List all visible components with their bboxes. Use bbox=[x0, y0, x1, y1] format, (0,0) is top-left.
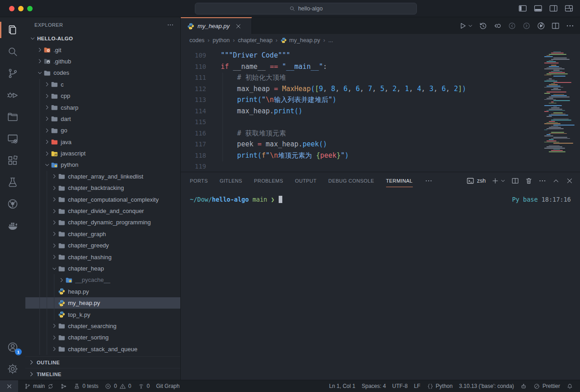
kill-terminal-icon[interactable] bbox=[525, 177, 533, 185]
tree-item-chapter-dynamic-programming[interactable]: chapter_dynamic_programming bbox=[25, 217, 180, 228]
chevron-right-icon[interactable] bbox=[44, 127, 51, 134]
activity-settings[interactable] bbox=[0, 358, 25, 380]
tree-item-cpp[interactable]: cpp bbox=[25, 90, 180, 102]
chevron-right-icon[interactable] bbox=[51, 208, 58, 215]
code-line-113[interactable]: 113 print("\n输入列表并建堆后") bbox=[181, 94, 580, 106]
maximize-panel-icon[interactable] bbox=[552, 177, 560, 185]
chevron-right-icon[interactable] bbox=[36, 58, 44, 65]
tree-item-hello-algo[interactable]: HELLO-ALGO bbox=[25, 33, 180, 44]
code-line-110[interactable]: 110if __name__ == "__main__": bbox=[181, 61, 580, 73]
new-terminal-dropdown-icon[interactable] bbox=[500, 178, 506, 184]
chevron-right-icon[interactable] bbox=[44, 138, 51, 145]
code-line-109[interactable]: 109"""Driver Code""" bbox=[181, 50, 580, 61]
status-copilot[interactable] bbox=[517, 380, 530, 392]
status-commit-graph[interactable] bbox=[57, 380, 70, 392]
run-profile-icon[interactable] bbox=[536, 21, 546, 30]
terminal-shell-select[interactable]: zsh bbox=[466, 177, 486, 185]
tree-item-top-k-py[interactable]: top_k.py bbox=[25, 309, 180, 320]
chevron-right-icon[interactable] bbox=[51, 173, 58, 180]
toggle-sidebar-icon[interactable] bbox=[518, 4, 527, 13]
close-panel-icon[interactable] bbox=[566, 177, 574, 185]
tree-item-chapter-searching[interactable]: chapter_searching bbox=[25, 320, 180, 332]
tree-item-chapter-hashing[interactable]: chapter_hashing bbox=[25, 251, 180, 262]
status-indentation[interactable]: Spaces: 4 bbox=[358, 380, 389, 392]
chevron-down-icon[interactable] bbox=[51, 265, 58, 272]
breadcrumb-my-heap-py[interactable]: my_heap.py bbox=[280, 37, 320, 44]
panel-more-tabs-icon[interactable] bbox=[425, 177, 433, 185]
explorer-more-actions-icon[interactable] bbox=[167, 21, 174, 29]
activity-search[interactable] bbox=[0, 41, 25, 63]
breadcrumb-codes[interactable]: codes bbox=[189, 37, 204, 44]
chevron-right-icon[interactable] bbox=[51, 334, 58, 341]
activity-project-manager[interactable] bbox=[0, 106, 25, 128]
zoom-window-button[interactable] bbox=[27, 6, 33, 11]
code-line-117[interactable]: 117 peek = max_heap.peek() bbox=[181, 139, 580, 150]
new-terminal-icon[interactable] bbox=[491, 177, 499, 185]
tree-item-chapter-heap[interactable]: chapter_heap bbox=[25, 263, 180, 274]
editor-more-actions-icon[interactable] bbox=[566, 21, 575, 30]
tree-item-chapter-backtracking[interactable]: chapter_backtracking bbox=[25, 182, 180, 194]
chevron-right-icon[interactable] bbox=[44, 150, 51, 157]
tree-item-chapter-greedy[interactable]: chapter_greedy bbox=[25, 240, 180, 251]
sidebar-section-outline[interactable]: OUTLINE bbox=[25, 356, 180, 368]
status-python-interpreter[interactable]: 3.10.13 ('base': conda) bbox=[456, 380, 517, 392]
activity-docker[interactable] bbox=[0, 215, 25, 237]
panel-tab-debug-console[interactable]: DEBUG CONSOLE bbox=[329, 172, 374, 189]
panel-tab-problems[interactable]: PROBLEMS bbox=[254, 172, 283, 189]
toggle-panel-icon[interactable] bbox=[533, 4, 543, 13]
status-prettier[interactable]: Prettier bbox=[530, 380, 563, 392]
split-editor-icon[interactable] bbox=[551, 21, 560, 30]
activity-remote-explorer[interactable] bbox=[0, 128, 25, 150]
tree-item-chapter-graph[interactable]: chapter_graph bbox=[25, 228, 180, 240]
status-problems[interactable]: 00 bbox=[102, 380, 134, 392]
chevron-right-icon[interactable] bbox=[44, 81, 51, 88]
activity-accounts[interactable]: 1 bbox=[0, 336, 25, 358]
status-notifications[interactable] bbox=[563, 380, 576, 392]
chevron-right-icon[interactable] bbox=[51, 253, 58, 261]
chevron-right-icon[interactable] bbox=[51, 230, 58, 237]
close-window-button[interactable] bbox=[9, 6, 14, 11]
chevron-down-icon[interactable] bbox=[36, 69, 44, 77]
chevron-right-icon[interactable] bbox=[51, 184, 58, 192]
panel-tab-ports[interactable]: PORTS bbox=[190, 172, 208, 189]
minimize-window-button[interactable] bbox=[18, 6, 24, 11]
tree-item-chapter-divide-and-conquer[interactable]: chapter_divide_and_conquer bbox=[25, 205, 180, 217]
chevron-right-icon[interactable] bbox=[44, 104, 51, 111]
breadcrumb-python[interactable]: python bbox=[213, 37, 230, 44]
tree-item--github[interactable]: .github bbox=[25, 56, 180, 67]
status-language-mode[interactable]: Python bbox=[424, 380, 456, 392]
status-git-graph[interactable]: Git Graph bbox=[153, 380, 183, 392]
tree-item-chapter-stack-and-queue[interactable]: chapter_stack_and_queue bbox=[25, 344, 180, 355]
chevron-right-icon[interactable] bbox=[58, 276, 65, 284]
tree-item-javascript[interactable]: JSjavascript bbox=[25, 148, 180, 159]
tree-item--git[interactable]: .git bbox=[25, 44, 180, 55]
activity-testing[interactable] bbox=[0, 171, 25, 193]
chevron-right-icon[interactable] bbox=[44, 115, 51, 122]
tree-item-codes[interactable]: codes bbox=[25, 67, 180, 78]
breadcrumb--[interactable]: ... bbox=[328, 37, 333, 44]
chevron-down-icon[interactable] bbox=[44, 161, 51, 169]
code-line-114[interactable]: 114 max_heap.print() bbox=[181, 106, 580, 117]
code-line-115[interactable]: 115 bbox=[181, 116, 580, 128]
code-line-116[interactable]: 116 # 获取堆顶元素 bbox=[181, 128, 580, 139]
panel-tab-terminal[interactable]: TERMINAL bbox=[386, 172, 413, 189]
chevron-right-icon[interactable] bbox=[51, 322, 58, 329]
tree-item-c[interactable]: c bbox=[25, 79, 180, 90]
timeline-history-icon[interactable] bbox=[478, 21, 488, 30]
tab-close-icon[interactable] bbox=[235, 23, 242, 30]
status-cursor-position[interactable]: Ln 1, Col 1 bbox=[326, 380, 358, 392]
command-center-search[interactable]: hello-algo bbox=[195, 3, 417, 15]
panel-tab-gitlens[interactable]: GITLENS bbox=[220, 172, 242, 189]
tree-item-chapter-computational-complexity[interactable]: chapter_computational_complexity bbox=[25, 194, 180, 205]
chevron-right-icon[interactable] bbox=[51, 345, 58, 353]
status-tests[interactable]: 0 tests bbox=[70, 380, 102, 392]
tree-item-dart[interactable]: dart bbox=[25, 113, 180, 125]
tab-my-heap[interactable]: my_heap.py bbox=[181, 17, 252, 34]
chevron-right-icon[interactable] bbox=[36, 46, 44, 53]
open-changes-icon[interactable] bbox=[493, 21, 502, 30]
tree-item-csharp[interactable]: csharp bbox=[25, 102, 180, 113]
chevron-down-icon[interactable] bbox=[29, 35, 36, 42]
activity-run-and-debug[interactable] bbox=[0, 84, 25, 106]
chevron-right-icon[interactable] bbox=[44, 92, 51, 100]
terminal-view[interactable]: ~/Dow/hello-algo main ❯ Py base 18:17:16 bbox=[181, 189, 580, 380]
